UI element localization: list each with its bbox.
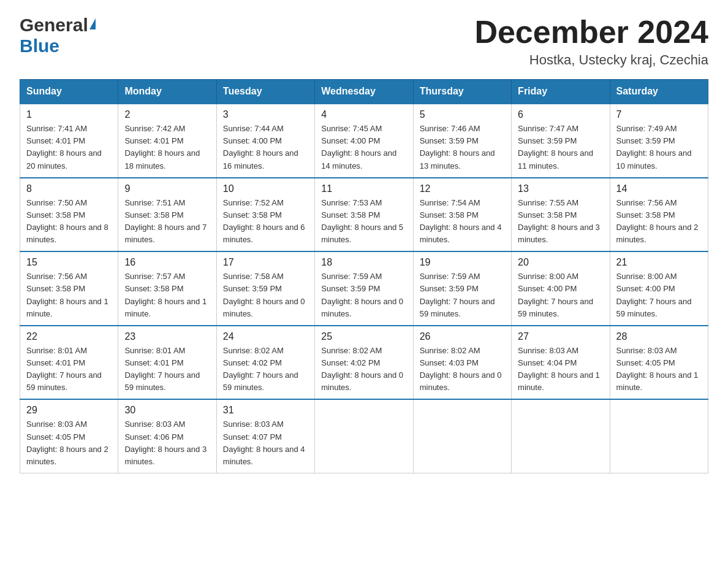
day-info: Sunrise: 8:03 AMSunset: 4:07 PMDaylight:…	[223, 418, 308, 468]
day-number: 3	[223, 109, 308, 120]
day-info: Sunrise: 7:50 AMSunset: 3:58 PMDaylight:…	[26, 197, 112, 247]
day-info: Sunrise: 8:01 AMSunset: 4:01 PMDaylight:…	[26, 345, 112, 394]
day-number: 7	[616, 109, 702, 120]
header-day-thursday: Thursday	[413, 80, 511, 104]
week-row-4: 22 Sunrise: 8:01 AMSunset: 4:01 PMDaylig…	[20, 326, 708, 400]
day-number: 19	[420, 257, 505, 268]
calendar-header: SundayMondayTuesdayWednesdayThursdayFrid…	[20, 80, 708, 104]
calendar-cell: 14 Sunrise: 7:56 AMSunset: 3:58 PMDaylig…	[610, 178, 708, 252]
calendar-cell	[315, 399, 413, 473]
calendar-cell: 13 Sunrise: 7:55 AMSunset: 3:58 PMDaylig…	[512, 178, 610, 252]
calendar-cell: 24 Sunrise: 8:02 AMSunset: 4:02 PMDaylig…	[216, 326, 314, 400]
calendar-cell: 4 Sunrise: 7:45 AMSunset: 4:00 PMDayligh…	[315, 104, 413, 178]
day-number: 11	[321, 183, 406, 194]
day-info: Sunrise: 7:51 AMSunset: 3:58 PMDaylight:…	[124, 197, 210, 247]
day-info: Sunrise: 8:02 AMSunset: 4:02 PMDaylight:…	[223, 345, 308, 394]
calendar-cell: 2 Sunrise: 7:42 AMSunset: 4:01 PMDayligh…	[118, 104, 216, 178]
header-day-friday: Friday	[512, 80, 610, 104]
day-info: Sunrise: 8:03 AMSunset: 4:04 PMDaylight:…	[518, 345, 603, 394]
calendar-body: 1 Sunrise: 7:41 AMSunset: 4:01 PMDayligh…	[20, 104, 708, 473]
day-info: Sunrise: 7:59 AMSunset: 3:59 PMDaylight:…	[420, 270, 505, 320]
header-row: SundayMondayTuesdayWednesdayThursdayFrid…	[20, 80, 708, 104]
calendar-cell: 21 Sunrise: 8:00 AMSunset: 4:00 PMDaylig…	[610, 251, 708, 326]
day-number: 25	[321, 331, 406, 342]
header-day-saturday: Saturday	[610, 80, 708, 104]
calendar-cell: 11 Sunrise: 7:53 AMSunset: 3:58 PMDaylig…	[315, 178, 413, 252]
day-number: 15	[26, 257, 112, 268]
day-info: Sunrise: 7:45 AMSunset: 4:00 PMDaylight:…	[321, 123, 406, 172]
header-day-monday: Monday	[118, 80, 216, 104]
calendar-cell: 26 Sunrise: 8:02 AMSunset: 4:03 PMDaylig…	[413, 326, 511, 400]
calendar-cell: 15 Sunrise: 7:56 AMSunset: 3:58 PMDaylig…	[20, 251, 118, 326]
calendar-cell: 9 Sunrise: 7:51 AMSunset: 3:58 PMDayligh…	[118, 178, 216, 252]
calendar-cell: 12 Sunrise: 7:54 AMSunset: 3:58 PMDaylig…	[413, 178, 511, 252]
day-number: 29	[26, 405, 112, 416]
day-info: Sunrise: 7:49 AMSunset: 3:59 PMDaylight:…	[616, 123, 702, 172]
day-number: 5	[420, 109, 505, 120]
calendar-cell: 19 Sunrise: 7:59 AMSunset: 3:59 PMDaylig…	[413, 251, 511, 326]
logo-triangle-icon	[89, 18, 96, 29]
week-row-5: 29 Sunrise: 8:03 AMSunset: 4:05 PMDaylig…	[20, 399, 708, 473]
month-title: December 2024	[474, 15, 708, 50]
day-number: 30	[124, 405, 210, 416]
day-number: 9	[124, 183, 210, 194]
day-info: Sunrise: 8:03 AMSunset: 4:05 PMDaylight:…	[616, 345, 702, 394]
calendar-cell: 28 Sunrise: 8:03 AMSunset: 4:05 PMDaylig…	[610, 326, 708, 400]
calendar-cell: 10 Sunrise: 7:52 AMSunset: 3:58 PMDaylig…	[216, 178, 314, 252]
calendar-cell: 29 Sunrise: 8:03 AMSunset: 4:05 PMDaylig…	[20, 399, 118, 473]
calendar-cell: 17 Sunrise: 7:58 AMSunset: 3:59 PMDaylig…	[216, 251, 314, 326]
day-number: 1	[26, 109, 112, 120]
day-info: Sunrise: 7:41 AMSunset: 4:01 PMDaylight:…	[26, 123, 112, 172]
week-row-1: 1 Sunrise: 7:41 AMSunset: 4:01 PMDayligh…	[20, 104, 708, 178]
calendar-cell: 20 Sunrise: 8:00 AMSunset: 4:00 PMDaylig…	[512, 251, 610, 326]
calendar-cell: 27 Sunrise: 8:03 AMSunset: 4:04 PMDaylig…	[512, 326, 610, 400]
calendar-cell: 16 Sunrise: 7:57 AMSunset: 3:58 PMDaylig…	[118, 251, 216, 326]
day-info: Sunrise: 7:54 AMSunset: 3:58 PMDaylight:…	[420, 197, 505, 247]
day-number: 27	[518, 331, 603, 342]
week-row-3: 15 Sunrise: 7:56 AMSunset: 3:58 PMDaylig…	[20, 251, 708, 326]
day-number: 10	[223, 183, 308, 194]
day-number: 24	[223, 331, 308, 342]
day-number: 8	[26, 183, 112, 194]
calendar-cell: 8 Sunrise: 7:50 AMSunset: 3:58 PMDayligh…	[20, 178, 118, 252]
day-number: 20	[518, 257, 603, 268]
calendar-cell: 18 Sunrise: 7:59 AMSunset: 3:59 PMDaylig…	[315, 251, 413, 326]
calendar-cell	[610, 399, 708, 473]
calendar-cell: 30 Sunrise: 8:03 AMSunset: 4:06 PMDaylig…	[118, 399, 216, 473]
title-block: December 2024 Hostka, Ustecky kraj, Czec…	[474, 15, 708, 68]
day-info: Sunrise: 8:01 AMSunset: 4:01 PMDaylight:…	[124, 345, 210, 394]
logo: General Blue	[20, 15, 96, 56]
day-info: Sunrise: 8:00 AMSunset: 4:00 PMDaylight:…	[518, 270, 603, 320]
header-day-wednesday: Wednesday	[315, 80, 413, 104]
day-info: Sunrise: 7:58 AMSunset: 3:59 PMDaylight:…	[223, 270, 308, 320]
calendar-cell: 1 Sunrise: 7:41 AMSunset: 4:01 PMDayligh…	[20, 104, 118, 178]
calendar-cell: 22 Sunrise: 8:01 AMSunset: 4:01 PMDaylig…	[20, 326, 118, 400]
day-info: Sunrise: 7:44 AMSunset: 4:00 PMDaylight:…	[223, 123, 308, 172]
calendar-cell: 3 Sunrise: 7:44 AMSunset: 4:00 PMDayligh…	[216, 104, 314, 178]
day-info: Sunrise: 7:47 AMSunset: 3:59 PMDaylight:…	[518, 123, 603, 172]
day-number: 4	[321, 109, 406, 120]
day-number: 31	[223, 405, 308, 416]
location-title: Hostka, Ustecky kraj, Czechia	[474, 52, 708, 68]
day-info: Sunrise: 7:42 AMSunset: 4:01 PMDaylight:…	[124, 123, 210, 172]
calendar-cell	[413, 399, 511, 473]
day-info: Sunrise: 7:52 AMSunset: 3:58 PMDaylight:…	[223, 197, 308, 247]
day-number: 22	[26, 331, 112, 342]
calendar-cell: 25 Sunrise: 8:02 AMSunset: 4:02 PMDaylig…	[315, 326, 413, 400]
day-number: 2	[124, 109, 210, 120]
day-number: 23	[124, 331, 210, 342]
day-info: Sunrise: 7:56 AMSunset: 3:58 PMDaylight:…	[616, 197, 702, 247]
day-info: Sunrise: 8:02 AMSunset: 4:02 PMDaylight:…	[321, 345, 406, 394]
week-row-2: 8 Sunrise: 7:50 AMSunset: 3:58 PMDayligh…	[20, 178, 708, 252]
day-number: 13	[518, 183, 603, 194]
day-info: Sunrise: 7:53 AMSunset: 3:58 PMDaylight:…	[321, 197, 406, 247]
calendar-cell: 31 Sunrise: 8:03 AMSunset: 4:07 PMDaylig…	[216, 399, 314, 473]
day-info: Sunrise: 7:55 AMSunset: 3:58 PMDaylight:…	[518, 197, 603, 247]
day-info: Sunrise: 8:02 AMSunset: 4:03 PMDaylight:…	[420, 345, 505, 394]
calendar-cell: 7 Sunrise: 7:49 AMSunset: 3:59 PMDayligh…	[610, 104, 708, 178]
calendar-table: SundayMondayTuesdayWednesdayThursdayFrid…	[20, 79, 708, 473]
day-info: Sunrise: 7:59 AMSunset: 3:59 PMDaylight:…	[321, 270, 406, 320]
day-number: 21	[616, 257, 702, 268]
calendar-cell: 6 Sunrise: 7:47 AMSunset: 3:59 PMDayligh…	[512, 104, 610, 178]
day-info: Sunrise: 7:57 AMSunset: 3:58 PMDaylight:…	[124, 270, 210, 320]
